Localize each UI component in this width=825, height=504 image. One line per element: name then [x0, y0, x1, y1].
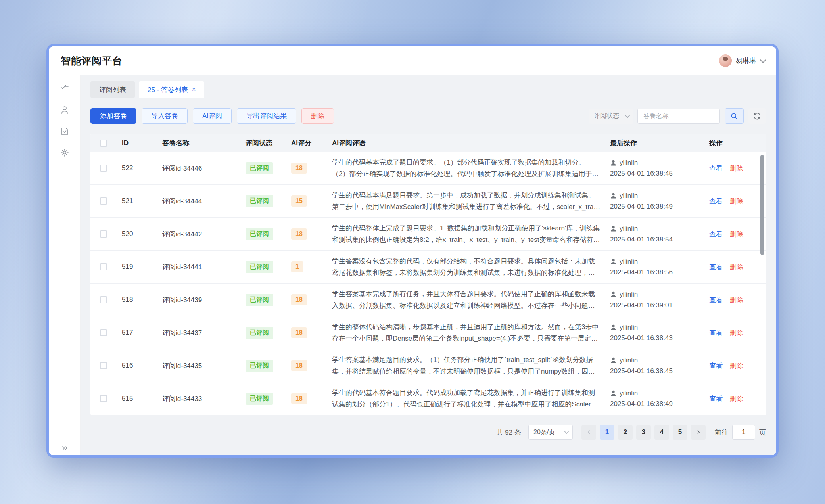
gear-icon[interactable]	[60, 148, 69, 157]
score-badge: 18	[291, 163, 307, 174]
row-last-operation: yilinlin2025-04-01 16:39:01	[605, 291, 704, 309]
view-link[interactable]: 查看	[709, 362, 723, 370]
delete-link[interactable]: 删除	[730, 362, 743, 370]
table-row: 518评阅id-34439已评阅18学生答案基本完成了所有任务，并且大体符合题目…	[90, 284, 766, 316]
table-header-row: ID 答卷名称 评阅状态 AI评分 AI评阅评语 最后操作 操作	[90, 134, 766, 152]
row-checkbox[interactable]	[100, 263, 107, 270]
toolbar: 添加答卷 导入答卷 AI评阅 导出评阅结果 删除 评阅状态	[90, 108, 766, 124]
view-link[interactable]: 查看	[709, 296, 723, 304]
import-answer-button[interactable]: 导入答卷	[142, 108, 188, 124]
view-link[interactable]: 查看	[709, 165, 723, 172]
view-link[interactable]: 查看	[709, 329, 723, 337]
delete-link[interactable]: 删除	[730, 395, 743, 402]
data-table: ID 答卷名称 评阅状态 AI评分 AI评阅评语 最后操作 操作 522评阅id…	[90, 134, 766, 415]
status-badge: 已评阅	[246, 393, 273, 405]
search-icon	[730, 112, 738, 120]
expand-icon[interactable]	[49, 444, 80, 452]
tab-label: 25 - 答卷列表	[148, 85, 188, 94]
delete-link[interactable]: 删除	[730, 230, 743, 238]
user-icon	[610, 324, 617, 331]
view-link[interactable]: 查看	[709, 197, 723, 205]
delete-link[interactable]: 删除	[730, 263, 743, 271]
score-badge: 18	[291, 294, 307, 305]
scrollbar-thumb[interactable]	[760, 155, 764, 255]
score-badge: 18	[291, 393, 307, 404]
row-last-operation: yilinlin2025-04-01 16:38:49	[605, 389, 704, 408]
checklist-icon[interactable]	[60, 84, 69, 93]
row-name: 评阅id-34442	[157, 230, 240, 239]
row-checkbox[interactable]	[100, 165, 107, 172]
view-link[interactable]: 查看	[709, 263, 723, 271]
close-icon[interactable]: ×	[192, 86, 196, 93]
status-filter-placeholder: 评阅状态	[594, 112, 619, 120]
user-icon[interactable]	[60, 105, 69, 115]
delete-link[interactable]: 删除	[730, 165, 743, 172]
status-filter-select[interactable]: 评阅状态	[589, 109, 633, 124]
prev-page-button[interactable]	[581, 425, 596, 440]
col-status: 评阅状态	[240, 138, 286, 148]
row-name: 评阅id-34441	[157, 263, 240, 272]
row-last-operation: yilinlin2025-04-01 16:38:54	[605, 225, 704, 243]
next-page-button[interactable]	[691, 425, 706, 440]
delete-link[interactable]: 删除	[730, 329, 743, 337]
export-results-button[interactable]: 导出评阅结果	[237, 108, 296, 124]
view-link[interactable]: 查看	[709, 395, 723, 402]
row-checkbox[interactable]	[100, 296, 107, 303]
operation-time: 2025-04-01 16:39:01	[610, 301, 704, 309]
row-id: 518	[117, 296, 157, 304]
delete-button[interactable]: 删除	[301, 108, 334, 124]
row-name: 评阅id-34439	[157, 295, 240, 305]
operator-name: yilinlin	[620, 192, 638, 200]
add-answer-button[interactable]: 添加答卷	[90, 108, 136, 124]
row-checkbox[interactable]	[100, 230, 107, 238]
search-button[interactable]	[725, 108, 744, 124]
row-comment: 学生答案没有包含完整的代码，仅有部分结构，不符合题目要求。具体问题包括：未加载鸢…	[327, 255, 605, 278]
goto-page-input[interactable]	[732, 425, 755, 440]
delete-link[interactable]: 删除	[730, 296, 743, 304]
status-badge: 已评阅	[246, 195, 273, 207]
document-check-icon[interactable]	[60, 126, 69, 136]
score-badge: 1	[291, 261, 303, 272]
user-menu[interactable]: 易琳琳	[719, 54, 764, 67]
row-name: 评阅id-34444	[157, 197, 240, 206]
tab-bar: 评阅列表 25 - 答卷列表 ×	[90, 81, 766, 98]
row-checkbox[interactable]	[100, 395, 107, 402]
row-comment: 学生答案基本满足题目的要求。（1）任务部分正确使用了`train_test_sp…	[327, 354, 605, 377]
status-badge: 已评阅	[246, 360, 273, 372]
row-comment: 学生的代码基本符合题目要求。代码成功加载了鸢尾花数据集，并正确进行了训练集和测试…	[327, 387, 605, 410]
row-checkbox[interactable]	[100, 197, 107, 205]
row-checkbox[interactable]	[100, 329, 107, 336]
delete-link[interactable]: 删除	[730, 197, 743, 205]
score-badge: 18	[291, 228, 307, 240]
answer-name-input[interactable]	[637, 109, 720, 124]
row-checkbox[interactable]	[100, 362, 107, 369]
avatar[interactable]	[719, 54, 732, 67]
total-count: 共 92 条	[497, 428, 521, 437]
operation-time: 2025-04-01 16:38:54	[610, 236, 704, 243]
page-button-5[interactable]: 5	[673, 425, 687, 440]
user-name: 易琳琳	[736, 56, 756, 65]
page-button-4[interactable]: 4	[654, 425, 669, 440]
select-all-checkbox[interactable]	[100, 140, 107, 147]
view-link[interactable]: 查看	[709, 230, 723, 238]
col-lastop: 最后操作	[605, 138, 704, 148]
page-button-3[interactable]: 3	[636, 425, 651, 440]
col-id: ID	[117, 139, 157, 147]
operator-name: yilinlin	[620, 389, 638, 397]
user-icon	[610, 192, 617, 199]
ai-review-button[interactable]: AI评阅	[193, 108, 232, 124]
refresh-button[interactable]	[748, 108, 766, 124]
page-size-select[interactable]: 20条/页	[528, 425, 573, 440]
page-button-2[interactable]: 2	[618, 425, 633, 440]
page-button-1[interactable]: 1	[600, 425, 614, 440]
row-id: 522	[117, 164, 157, 172]
operation-time: 2025-04-01 16:38:45	[610, 367, 704, 375]
row-last-operation: yilinlin2025-04-01 16:38:49	[605, 192, 704, 211]
app-window: 智能评阅平台 易琳琳	[46, 44, 779, 458]
row-id: 520	[117, 230, 157, 238]
user-icon	[610, 390, 617, 397]
row-comment: 学生的整体代码结构清晰，步骤基本正确，并且适用了正确的库和方法。然而，在第3步中…	[327, 321, 605, 344]
chevron-down-icon	[564, 429, 569, 434]
tab-review-list[interactable]: 评阅列表	[90, 81, 135, 98]
tab-answer-list[interactable]: 25 - 答卷列表 ×	[139, 81, 204, 98]
